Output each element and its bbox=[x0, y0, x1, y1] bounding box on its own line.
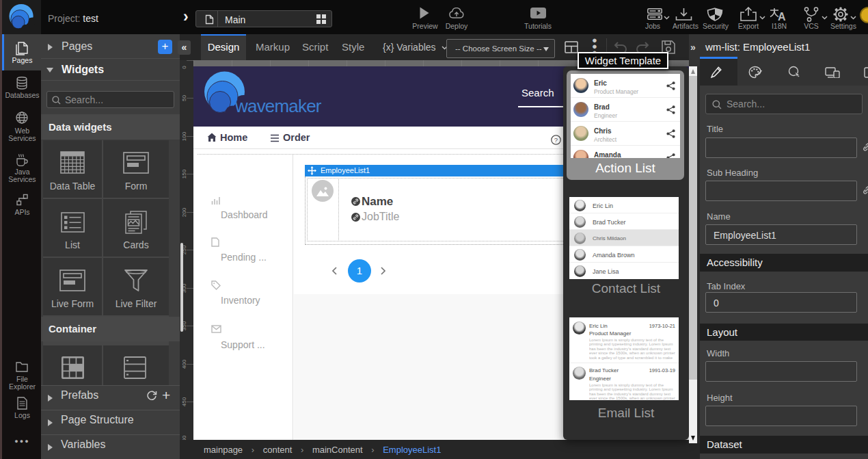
svg-text:?: ? bbox=[554, 136, 558, 144]
svg-text:A: A bbox=[778, 11, 786, 21]
